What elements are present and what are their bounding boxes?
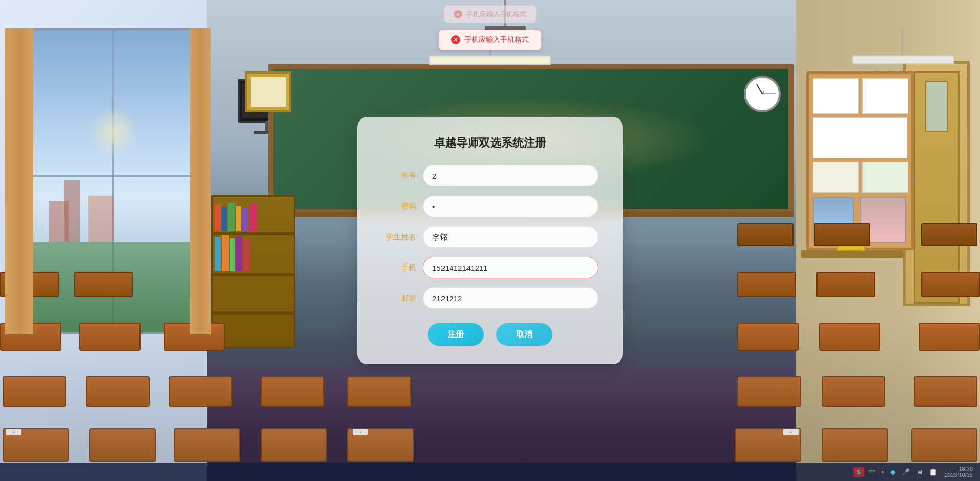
label-student-name: 学生姓名	[382, 232, 423, 242]
taskbar: S 中 • ◆ 🎤 🖥 📋 18:30 2023/10/15	[0, 463, 980, 481]
taskbar-lang[interactable]: 中	[867, 468, 877, 476]
register-button[interactable]: 注册	[428, 323, 484, 346]
form-row-phone: 手机	[382, 257, 598, 278]
form-row-password: 密码	[382, 196, 598, 217]
form-row-student-id: 学号	[382, 165, 598, 186]
taskbar-clipboard-icon[interactable]: 📋	[927, 468, 939, 476]
label-student-id: 学号	[382, 171, 423, 181]
dialog-title: 卓越导师双选系统注册	[382, 135, 598, 151]
taskbar-diamond: ◆	[889, 468, 897, 476]
input-password[interactable]	[423, 196, 598, 217]
cancel-button[interactable]: 取消	[496, 323, 552, 346]
taskbar-start[interactable]: S	[853, 467, 864, 477]
error-toast: × 手机应输入手机格式	[438, 30, 542, 50]
error-icon: ×	[451, 35, 460, 44]
registration-dialog: 卓越导师双选系统注册 学号 密码 学生姓名 手机 邮箱 注册 取	[357, 117, 623, 364]
error-toast-text: 手机应输入手机格式	[464, 35, 529, 44]
error-icon-ghost: ×	[454, 10, 462, 18]
form-row-email: 邮箱	[382, 287, 598, 309]
input-student-name[interactable]	[423, 226, 598, 248]
label-password: 密码	[382, 202, 423, 211]
taskbar-clock: 18:30 2023/10/15	[942, 466, 976, 478]
label-email: 邮箱	[382, 294, 423, 303]
input-email[interactable]	[423, 287, 598, 309]
error-toast-ghost: × 手机应输入手机格式	[444, 5, 537, 23]
taskbar-dot: •	[880, 469, 885, 475]
taskbar-time: 18:30	[959, 466, 973, 472]
taskbar-date: 2023/10/15	[945, 472, 973, 478]
input-phone[interactable]	[423, 257, 598, 278]
taskbar-monitor-icon[interactable]: 🖥	[915, 468, 924, 476]
error-toast-ghost-text: 手机应输入手机格式	[466, 10, 526, 19]
button-row: 注册 取消	[382, 323, 598, 346]
input-student-id[interactable]	[423, 165, 598, 186]
form-row-student-name: 学生姓名	[382, 226, 598, 248]
dialog-overlay: 卓越导师双选系统注册 学号 密码 学生姓名 手机 邮箱 注册 取	[0, 0, 980, 481]
taskbar-mic-icon[interactable]: 🎤	[900, 468, 912, 476]
label-phone: 手机	[382, 263, 423, 273]
taskbar-start-label: S	[856, 468, 861, 476]
